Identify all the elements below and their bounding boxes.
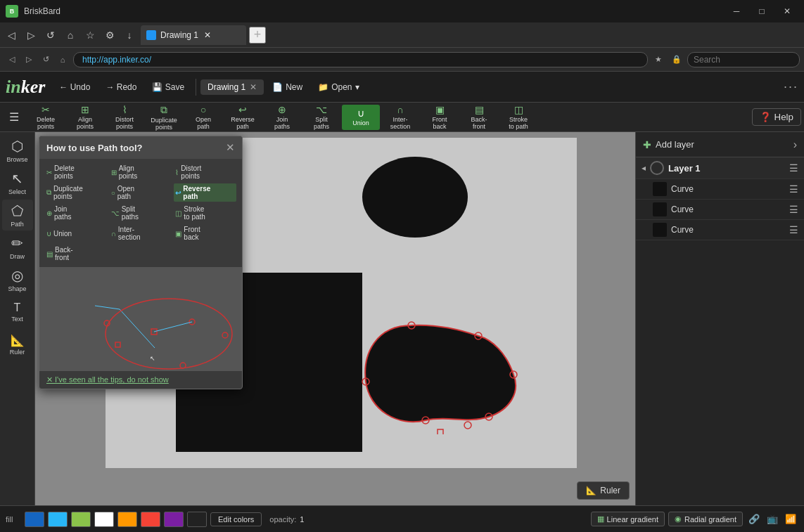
- color-swatch-purple[interactable]: [164, 512, 184, 527]
- color-swatch-red[interactable]: [141, 512, 160, 527]
- linear-gradient-button[interactable]: ▦ Linear gradient: [591, 512, 665, 526]
- popup-reverse-path[interactable]: ↩Reversepath: [174, 183, 236, 202]
- addr-refresh-button[interactable]: ↺: [38, 52, 53, 67]
- undo-button[interactable]: ← Undo: [52, 75, 97, 99]
- sidebar-item-path[interactable]: ⬠ Path: [2, 200, 33, 231]
- layer-1-row[interactable]: ◂ Layer 1 ☰: [636, 157, 804, 179]
- curve-1-menu-icon[interactable]: ☰: [789, 183, 798, 195]
- addr-security-button[interactable]: 🔒: [669, 52, 684, 67]
- home-button[interactable]: ⌂: [62, 27, 79, 44]
- minimize-button[interactable]: ─: [725, 4, 748, 19]
- popup-front-back[interactable]: ▣Frontback: [174, 224, 236, 242]
- popup-distort-points[interactable]: ⌇Distortpoints: [174, 163, 236, 181]
- close-button[interactable]: ✕: [776, 4, 798, 19]
- sidebar-item-browse[interactable]: ⬡ Browse: [2, 135, 33, 166]
- popup-intersection[interactable]: ∩Inter-section: [110, 224, 172, 242]
- status-icon-2[interactable]: 📺: [765, 512, 780, 527]
- ruler-icon: 📐: [11, 334, 25, 347]
- split-paths-button[interactable]: ⌥ Splitpaths: [302, 105, 340, 130]
- redo-button[interactable]: → Redo: [98, 75, 143, 99]
- menu-button[interactable]: ☰: [3, 106, 25, 129]
- align-points-button[interactable]: ⊞ Alignpoints: [66, 105, 104, 130]
- tab-close-icon[interactable]: ✕: [203, 30, 212, 40]
- browse-icon: ⬡: [11, 138, 23, 155]
- color-swatch-blue[interactable]: [25, 512, 44, 527]
- duplicate-points-button[interactable]: ⧉ Duplicatepoints: [145, 105, 183, 130]
- popup-split-paths[interactable]: ⌥Splitpaths: [110, 204, 172, 222]
- addr-back-button[interactable]: ◁: [4, 52, 20, 67]
- stroke-to-path-button[interactable]: ◫ Stroketo path: [499, 105, 537, 130]
- curve-1-thumb: [653, 182, 667, 196]
- back-nav-button[interactable]: ◁: [3, 27, 20, 44]
- curve-3-row[interactable]: Curve ☰: [636, 220, 804, 240]
- refresh-button[interactable]: ↺: [42, 27, 59, 44]
- popup-join-paths[interactable]: ⊕Joinpaths: [45, 204, 108, 222]
- color-swatch-dark[interactable]: [187, 512, 207, 527]
- sidebar-item-text[interactable]: T Text: [2, 297, 33, 327]
- download-button[interactable]: ↓: [121, 27, 138, 44]
- curve-1-row[interactable]: Curve ☰: [636, 179, 804, 200]
- win-controls: ─ □ ✕: [725, 4, 798, 19]
- popup-stroke-to-path[interactable]: ◫Stroketo path: [174, 204, 236, 222]
- ruler-btn-label: Ruler: [600, 486, 620, 495]
- new-icon: 📄: [272, 82, 283, 92]
- layer-1-menu-icon[interactable]: ☰: [789, 162, 798, 174]
- curve-2-row[interactable]: Curve ☰: [636, 200, 804, 220]
- popup-open-path[interactable]: ○Openpath: [110, 183, 172, 202]
- bookmark-button[interactable]: ☆: [82, 27, 98, 44]
- popup-dismiss[interactable]: ✕ I've seen all the tips, do not show: [39, 371, 242, 389]
- addr-forward-button[interactable]: ▷: [21, 52, 37, 67]
- sidebar-item-ruler[interactable]: 📐 Ruler: [2, 329, 33, 360]
- maximize-button[interactable]: □: [751, 4, 773, 19]
- browser-tab[interactable]: Drawing 1 ✕: [141, 25, 246, 45]
- delete-points-button[interactable]: ✂ Deletepoints: [27, 105, 65, 130]
- status-icon-3[interactable]: 📶: [783, 512, 798, 527]
- address-input[interactable]: [73, 52, 648, 67]
- more-button[interactable]: ···: [784, 79, 798, 94]
- sidebar-item-shape[interactable]: ◎ Shape: [2, 264, 33, 295]
- search-input[interactable]: [687, 52, 800, 67]
- addr-home-button[interactable]: ⌂: [55, 52, 70, 67]
- front-back-button[interactable]: ▣ Frontback: [421, 105, 459, 130]
- drawing-tab-close-icon[interactable]: ✕: [250, 82, 257, 92]
- new-tab-button[interactable]: +: [249, 27, 266, 44]
- add-layer-row[interactable]: ✚ Add layer ›: [636, 132, 804, 157]
- radial-gradient-button[interactable]: ◉ Radial gradient: [668, 512, 743, 526]
- color-swatch-cyan[interactable]: [48, 512, 68, 527]
- popup-delete-points[interactable]: ✂Deletepoints: [45, 163, 108, 181]
- color-swatch-white[interactable]: [94, 512, 114, 527]
- save-button[interactable]: 💾 Save: [145, 75, 191, 99]
- popup-duplicate-points[interactable]: ⧉Duplicatepoints: [45, 183, 108, 202]
- ruler-button[interactable]: 📐 Ruler: [577, 481, 630, 500]
- union-button[interactable]: ∪ Union: [342, 105, 380, 130]
- sidebar-item-draw[interactable]: ✏ Draw: [2, 232, 33, 263]
- color-swatch-orange[interactable]: [117, 512, 137, 527]
- popup-delete-icon: ✂: [46, 169, 52, 176]
- drawing-tab[interactable]: Drawing 1 ✕: [200, 79, 264, 95]
- popup-close-icon[interactable]: ✕: [226, 141, 235, 154]
- open-button[interactable]: 📁 Open ▾: [311, 75, 366, 99]
- status-icon-1[interactable]: 🔗: [746, 512, 762, 527]
- help-button[interactable]: ❓ Help: [752, 108, 801, 126]
- join-paths-button[interactable]: ⊕ Joinpaths: [263, 105, 301, 130]
- intersection-button[interactable]: ∩ Inter-section: [381, 105, 419, 130]
- settings-button[interactable]: ⚙: [101, 27, 118, 44]
- edit-colors-button[interactable]: Edit colors: [210, 512, 262, 526]
- stroke-to-path-icon: ◫: [514, 104, 523, 115]
- canvas-area[interactable]: ◁ How to use Path tool? ✕ ✂Deletepoints …: [35, 132, 635, 505]
- popup-union[interactable]: ∪Union: [45, 224, 108, 242]
- forward-nav-button[interactable]: ▷: [23, 27, 39, 44]
- back-front-button[interactable]: ▤ Back-front: [460, 105, 498, 130]
- sidebar-item-select[interactable]: ↖ Select: [2, 167, 33, 198]
- addr-icon-button[interactable]: ★: [651, 52, 666, 67]
- popup-back-front[interactable]: ▤Back-front: [45, 245, 108, 263]
- new-button[interactable]: 📄 New: [265, 75, 310, 99]
- color-swatch-green[interactable]: [71, 512, 91, 527]
- curve-2-menu-icon[interactable]: ☰: [789, 204, 798, 215]
- distort-points-button[interactable]: ⌇ Distortpoints: [106, 105, 143, 130]
- reverse-path-button[interactable]: ↩ Reversepath: [224, 105, 262, 130]
- open-path-button[interactable]: ○ Openpath: [184, 105, 222, 130]
- curve-3-menu-icon[interactable]: ☰: [789, 224, 798, 235]
- titlebar-text: BriskBard: [24, 6, 720, 16]
- popup-align-points[interactable]: ⊞Alignpoints: [110, 163, 172, 181]
